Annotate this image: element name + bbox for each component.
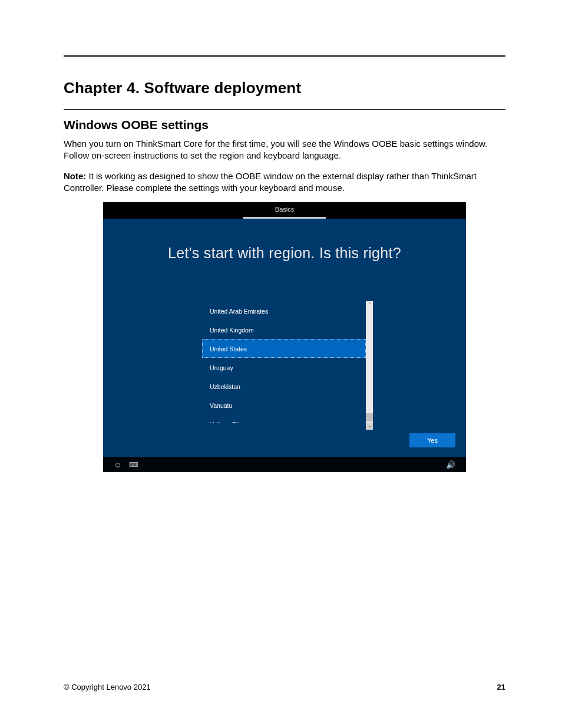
region-item[interactable]: United Arab Emirates: [202, 301, 366, 320]
oobe-screenshot: Basics Let's start with region. Is this …: [103, 202, 466, 472]
note-label: Note:: [64, 171, 86, 181]
footer-copyright: © Copyright Lenovo 2021: [64, 683, 151, 691]
scroll-down-icon[interactable]: ⌄: [366, 423, 373, 430]
region-list-wrap: United Arab EmiratesUnited KingdomUnited…: [202, 301, 373, 430]
footer-page-number: 21: [497, 683, 505, 691]
oobe-bottom-bar: ☺ ⌨ 🔊: [103, 457, 466, 472]
yes-button[interactable]: Yes: [409, 433, 455, 447]
region-item[interactable]: United States: [202, 339, 366, 358]
scroll-up-icon[interactable]: ⌃: [366, 301, 373, 308]
chapter-title: Chapter 4. Software deployment: [64, 79, 505, 97]
oobe-top-bar: Basics: [103, 202, 466, 219]
intro-paragraph: When you turn on ThinkSmart Core for the…: [64, 138, 505, 162]
note-body: It is working as designed to show the OO…: [64, 171, 477, 193]
region-item[interactable]: Vanuatu: [202, 396, 366, 414]
oobe-tab-basics[interactable]: Basics: [243, 202, 326, 219]
region-item[interactable]: Vatican City: [202, 414, 366, 424]
input-method-icon[interactable]: ⌨: [129, 461, 138, 469]
region-item[interactable]: Uzbekistan: [202, 377, 366, 396]
oobe-tab-label: Basics: [275, 206, 294, 213]
oobe-heading: Let's start with region. Is this right?: [103, 245, 466, 262]
region-scrollbar[interactable]: ⌃ ⌄: [366, 301, 373, 430]
mid-rule: [64, 109, 505, 110]
scroll-thumb[interactable]: [366, 413, 373, 421]
section-title: Windows OOBE settings: [64, 118, 505, 132]
region-item[interactable]: Uruguay: [202, 358, 366, 377]
note-paragraph: Note: It is working as designed to show …: [64, 170, 505, 195]
oobe-tab-underline: [243, 217, 326, 219]
top-rule: [64, 55, 505, 57]
region-item[interactable]: United Kingdom: [202, 320, 366, 339]
volume-icon[interactable]: 🔊: [446, 460, 455, 469]
accessibility-icon[interactable]: ☺: [114, 460, 121, 469]
page-footer: © Copyright Lenovo 2021 21: [64, 683, 505, 691]
region-list[interactable]: United Arab EmiratesUnited KingdomUnited…: [202, 301, 366, 430]
